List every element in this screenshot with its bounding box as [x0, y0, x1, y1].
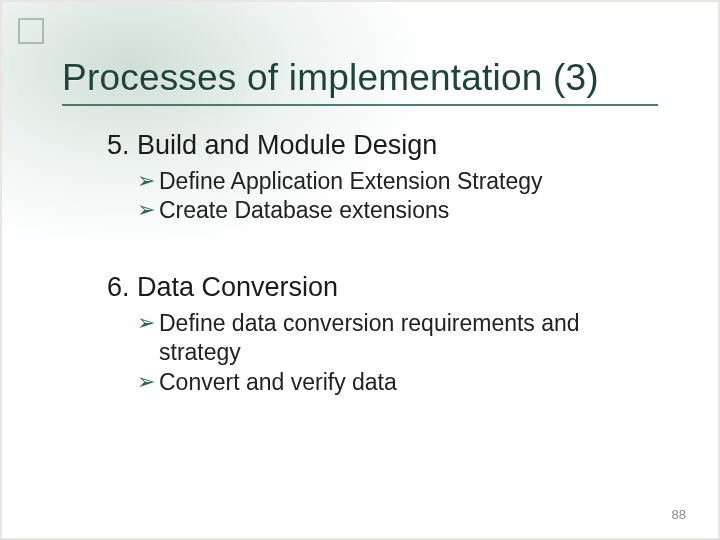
- section-heading: 5. Build and Module Design: [107, 130, 658, 161]
- slide-body: 5. Build and Module Design ➢ Define Appl…: [107, 130, 658, 397]
- bullet-text: Convert and verify data: [159, 368, 658, 397]
- bullet-item: ➢ Convert and verify data: [137, 368, 658, 397]
- page-number: 88: [672, 507, 686, 522]
- corner-decoration: [18, 18, 44, 44]
- arrow-icon: ➢: [137, 167, 155, 196]
- bullet-text: Define data conversion requirements and …: [159, 309, 658, 368]
- bullet-item: ➢ Create Database extensions: [137, 196, 658, 225]
- bullet-list: ➢ Define Application Extension Strategy …: [137, 167, 658, 226]
- slide-title: Processes of implementation (3): [62, 58, 678, 99]
- bullet-text: Create Database extensions: [159, 196, 658, 225]
- slide: Processes of implementation (3) 5. Build…: [0, 0, 720, 540]
- arrow-icon: ➢: [137, 196, 155, 225]
- arrow-icon: ➢: [137, 368, 155, 397]
- section-block: 6. Data Conversion ➢ Define data convers…: [107, 272, 658, 397]
- bullet-item: ➢ Define Application Extension Strategy: [137, 167, 658, 196]
- title-underline: [62, 104, 658, 106]
- arrow-icon: ➢: [137, 309, 155, 338]
- bullet-list: ➢ Define data conversion requirements an…: [137, 309, 658, 397]
- bullet-text: Define Application Extension Strategy: [159, 167, 658, 196]
- section-heading: 6. Data Conversion: [107, 272, 658, 303]
- bullet-item: ➢ Define data conversion requirements an…: [137, 309, 658, 368]
- section-block: 5. Build and Module Design ➢ Define Appl…: [107, 130, 658, 226]
